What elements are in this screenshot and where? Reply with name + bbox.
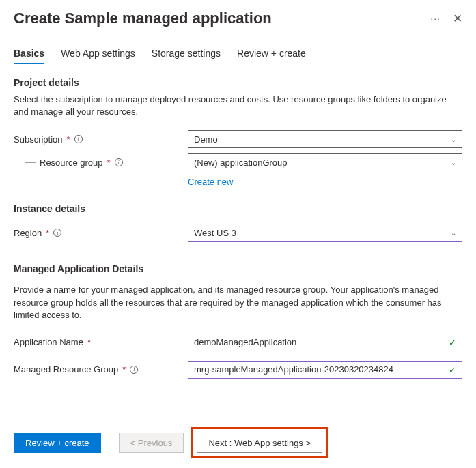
tab-web-app-settings[interactable]: Web App settings [61, 44, 135, 64]
managed-app-details-heading: Managed Application Details [14, 263, 462, 274]
chevron-down-icon: ⌄ [451, 229, 456, 237]
required-indicator: * [122, 364, 126, 375]
project-details-heading: Project details [14, 77, 462, 88]
managed-resource-group-value: mrg-sampleManagedApplication-20230320234… [194, 364, 393, 375]
managed-app-details-description: Provide a name for your managed applicat… [14, 284, 462, 321]
managed-resource-group-label: Managed Resource Group [14, 364, 118, 375]
managed-resource-group-input[interactable]: mrg-sampleManagedApplication-20230320234… [188, 361, 462, 379]
info-icon[interactable]: i [115, 158, 123, 166]
region-select[interactable]: West US 3 ⌄ [188, 224, 462, 242]
required-indicator: * [46, 228, 49, 238]
review-create-button[interactable]: Review + create [14, 433, 101, 453]
subscription-value: Demo [194, 134, 218, 145]
previous-button: < Previous [119, 433, 184, 453]
valid-check-icon: ✓ [449, 364, 456, 375]
valid-check-icon: ✓ [449, 337, 456, 347]
next-button[interactable]: Next : Web App settings > [197, 433, 322, 453]
required-indicator: * [87, 337, 91, 347]
more-icon[interactable]: ··· [430, 13, 440, 24]
close-icon[interactable]: ✕ [453, 12, 462, 26]
tab-basics[interactable]: Basics [14, 44, 44, 64]
tab-review-create[interactable]: Review + create [237, 44, 306, 64]
instance-details-heading: Instance details [14, 203, 462, 214]
tab-storage-settings[interactable]: Storage settings [152, 44, 221, 64]
required-indicator: * [107, 158, 111, 168]
footer-bar: Review + create < Previous Next : Web Ap… [14, 427, 462, 458]
subscription-label: Subscription [14, 134, 63, 145]
required-indicator: * [67, 134, 70, 145]
application-name-value: demoManagedApplication [194, 337, 296, 347]
resource-group-select[interactable]: (New) applicationGroup ⌄ [188, 153, 462, 171]
create-new-link[interactable]: Create new [188, 177, 462, 187]
application-name-label: Application Name [14, 337, 83, 347]
subscription-select[interactable]: Demo ⌄ [188, 130, 462, 148]
tabs-bar: Basics Web App settings Storage settings… [14, 44, 462, 65]
resource-group-value: (New) applicationGroup [194, 158, 288, 168]
next-button-highlight: Next : Web App settings > [191, 427, 328, 458]
info-icon[interactable]: i [74, 135, 83, 143]
chevron-down-icon: ⌄ [451, 159, 456, 166]
info-icon[interactable]: i [130, 366, 138, 374]
application-name-input[interactable]: demoManagedApplication ✓ [188, 334, 462, 351]
chevron-down-icon: ⌄ [451, 136, 456, 143]
region-value: West US 3 [194, 228, 236, 238]
info-icon[interactable]: i [53, 229, 61, 237]
resource-group-label: Resource group [40, 158, 103, 168]
project-details-description: Select the subscription to manage deploy… [14, 93, 462, 118]
region-label: Region [14, 228, 42, 238]
page-title: Create Sample managed application [14, 10, 272, 27]
